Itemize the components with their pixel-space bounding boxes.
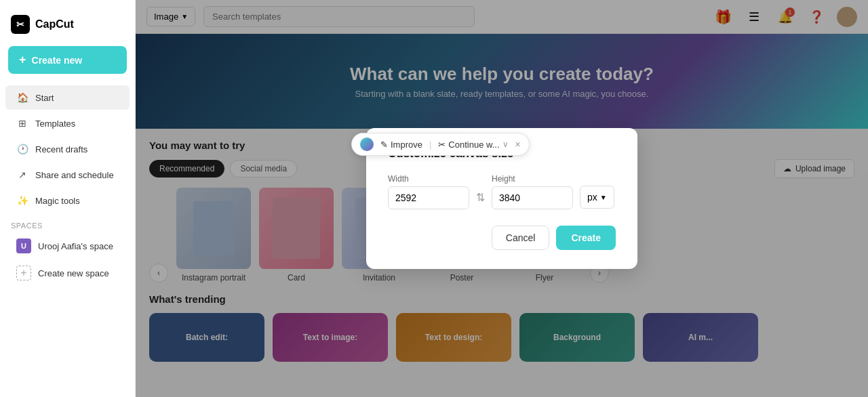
width-label: Width	[388, 174, 469, 184]
width-field-group: Width	[388, 174, 469, 209]
sidebar-item-templates[interactable]: ⊞ Templates	[5, 111, 130, 135]
create-button[interactable]: Create	[556, 226, 616, 250]
cancel-button[interactable]: Cancel	[492, 226, 550, 250]
logo-icon: ✂	[11, 15, 30, 34]
improve-icon: ✎	[380, 140, 388, 150]
continue-button[interactable]: ✂ Continue w... ∨	[438, 140, 508, 150]
sidebar-item-magic[interactable]: ✨ Magic tools	[5, 188, 130, 213]
height-field-group: Height	[492, 174, 573, 209]
modal-fields: Width ⇅ Height px ▼	[388, 174, 616, 209]
unit-selector[interactable]: px ▼	[580, 186, 614, 209]
main-content: Image ▼ 🎁 ☰ 🔔 1 ❓ What can we help you c…	[136, 0, 868, 397]
user-space-icon: U	[16, 238, 31, 253]
clock-icon: 🕐	[16, 143, 28, 155]
magic-icon: ✨	[16, 194, 28, 207]
modal-overlay[interactable]: Customize canvas size Width ⇅ Height px …	[136, 0, 868, 397]
sidebar-item-share[interactable]: ↗ Share and schedule	[5, 163, 130, 187]
spaces-label: Spaces	[0, 213, 135, 232]
user-space-item[interactable]: U Urooj Aafia's space	[5, 233, 130, 259]
create-new-button[interactable]: + Create new	[8, 46, 127, 74]
logo: ✂ CapCut	[0, 8, 135, 46]
link-icon: ⇅	[476, 191, 485, 204]
sidebar-item-recent[interactable]: 🕐 Recent drafts	[5, 137, 130, 161]
expand-icon[interactable]: ∨	[502, 140, 509, 149]
create-space-icon: +	[16, 266, 31, 280]
improve-button[interactable]: ✎ Improve	[380, 140, 422, 150]
chevron-down-icon: ▼	[600, 194, 607, 201]
separator: |	[429, 140, 431, 150]
logo-text: CapCut	[35, 18, 74, 30]
height-label: Height	[492, 174, 573, 184]
share-icon: ↗	[16, 169, 28, 181]
width-input[interactable]	[388, 186, 469, 209]
ai-dot-icon	[360, 138, 374, 151]
create-space-item[interactable]: + Create new space	[5, 260, 130, 286]
home-icon: 🏠	[16, 91, 28, 104]
sidebar-item-start[interactable]: 🏠 Start	[5, 85, 130, 110]
templates-icon: ⊞	[16, 117, 28, 129]
height-input[interactable]	[492, 186, 573, 209]
sidebar: ✂ CapCut + Create new 🏠 Start ⊞ Template…	[0, 0, 136, 397]
ai-toolbar: ✎ Improve | ✂ Continue w... ∨ ×	[351, 133, 530, 156]
plus-icon: +	[19, 53, 26, 67]
continue-icon: ✂	[438, 140, 446, 150]
close-button[interactable]: ×	[515, 139, 521, 150]
modal-actions: Cancel Create	[388, 226, 616, 250]
